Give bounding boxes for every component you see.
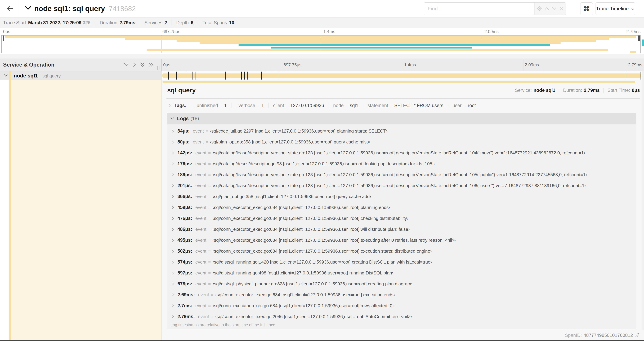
prev-result-button[interactable] <box>544 6 549 11</box>
chevron-down-icon <box>631 6 635 12</box>
log-entry-row[interactable]: 486μs:event=‹sql/conn_executor_exec.go:6… <box>167 224 636 235</box>
log-expand-chevron-icon[interactable] <box>171 238 175 243</box>
span-row-node-sql1[interactable]: node sql1 sql query <box>0 71 644 80</box>
tags-row[interactable]: Tags: _unfinished=1_verbose=1client=127.… <box>168 101 480 110</box>
log-expand-chevron-icon[interactable] <box>171 140 175 145</box>
summary-value: March 31 2022, 17:25:09 <box>28 20 82 26</box>
log-expand-chevron-icon[interactable] <box>171 227 175 232</box>
ruler-tick-label: 2.79ms <box>628 62 642 67</box>
trace-collapse-chevron-icon[interactable] <box>24 5 32 11</box>
log-timestamp: 678μs: <box>178 281 192 287</box>
log-entry-row[interactable]: 142μs:event=‹sql/catalog/lease/descripto… <box>167 147 636 158</box>
find-input[interactable] <box>424 3 534 15</box>
log-marker-tick <box>187 72 187 80</box>
log-field-name: event <box>196 227 206 232</box>
expand-one-button[interactable] <box>132 62 137 68</box>
log-expand-chevron-icon[interactable] <box>171 249 175 254</box>
log-entry-row[interactable]: 189μs:event=‹sql/catalog/lease/descripto… <box>167 169 636 180</box>
log-expand-chevron-icon[interactable] <box>171 292 175 297</box>
double-chevron-right-icon <box>148 62 154 68</box>
log-entry-row[interactable]: 678μs:event=‹sql/distsql_physical_planne… <box>167 278 636 289</box>
log-expand-chevron-icon[interactable] <box>171 151 175 155</box>
span-bar-cell[interactable] <box>161 71 644 80</box>
log-entry-row[interactable]: 574μs:event=‹sql/distsql_running.go:1420… <box>167 257 636 267</box>
log-expand-chevron-icon[interactable] <box>171 129 175 134</box>
tag-item: statement=SELECT * FROM users <box>363 103 448 108</box>
log-entry-row[interactable]: 176μs:event=‹sql/catalog/descs/descripto… <box>167 158 636 169</box>
tag-equals: = <box>345 103 348 108</box>
log-entry-row[interactable]: 459μs:event=‹sql/conn_executor_exec.go:6… <box>167 202 636 213</box>
logs-header[interactable]: Logs (18) <box>167 113 636 124</box>
close-icon <box>559 6 564 12</box>
span-duration-bar[interactable] <box>162 74 641 78</box>
collapse-all-button[interactable] <box>140 62 146 68</box>
clear-find-button[interactable] <box>559 6 564 12</box>
keyboard-shortcuts-button[interactable]: ⌘ <box>580 3 593 15</box>
log-equals: = <box>208 227 211 232</box>
log-entry-row[interactable]: 2.79ms:event=‹sql/conn_executor_exec.go:… <box>167 311 636 322</box>
log-marker-tick <box>225 72 226 80</box>
copy-span-link-button[interactable] <box>635 332 640 338</box>
log-expand-chevron-icon[interactable] <box>171 194 175 199</box>
log-entry-row[interactable]: 80μs:event=‹sql/plan_opt.go:358 [nsql1,c… <box>167 137 636 147</box>
summary-label: Duration <box>100 20 117 26</box>
back-button[interactable] <box>0 0 20 17</box>
log-expand-chevron-icon[interactable] <box>171 260 175 265</box>
overview-separator <box>604 88 604 93</box>
tag-value: SELECT * FROM users <box>394 103 443 108</box>
log-entry-row[interactable]: 495μs:event=‹sql/conn_executor_exec.go:6… <box>167 235 636 246</box>
log-expand-chevron-icon[interactable] <box>171 314 175 319</box>
log-entry-row[interactable]: 2.7ms:event=‹sql/conn_executor_exec.go:6… <box>167 300 636 311</box>
log-expand-chevron-icon[interactable] <box>171 281 175 286</box>
column-resize-handle[interactable] <box>157 66 160 70</box>
log-expand-chevron-icon[interactable] <box>171 172 175 177</box>
span-row-name-cell[interactable]: node sql1 sql query <box>0 71 161 80</box>
log-expand-chevron-icon[interactable] <box>171 271 175 275</box>
log-equals: = <box>208 194 211 199</box>
log-equals: = <box>208 161 211 167</box>
operation-name: sql query <box>42 73 61 79</box>
detail-left-highlight <box>11 80 161 340</box>
trace-timeline-page: node sql1: sql query 7418682 ⌘ <box>0 0 644 341</box>
minimap-span-bar <box>176 40 596 42</box>
log-entry-row[interactable]: 597μs:event=‹sql/distsql_running.go:498 … <box>167 267 636 278</box>
log-expand-chevron-icon[interactable] <box>171 216 175 221</box>
minimap-scrub-handle-right[interactable] <box>638 36 640 41</box>
log-entry-row[interactable]: 366μs:event=‹sql/plan_opt.go:358 [nsql1,… <box>167 191 636 202</box>
log-entry-row[interactable]: 34μs:event=‹sql/exec_util.go:2297 [nsql1… <box>167 126 636 137</box>
next-result-button[interactable] <box>552 6 557 11</box>
log-expand-chevron-icon[interactable] <box>171 205 175 210</box>
log-equals: = <box>208 150 211 156</box>
log-expand-chevron-icon[interactable] <box>171 303 175 308</box>
logs-collapse-chevron[interactable] <box>170 116 175 121</box>
log-entry-row[interactable]: 201μs:event=‹sql/catalog/lease/descripto… <box>167 180 636 191</box>
log-equals: = <box>208 303 211 308</box>
log-timestamp: 2.7ms: <box>178 303 192 308</box>
log-equals: = <box>208 259 211 265</box>
log-timestamp: 459μs: <box>178 205 192 210</box>
detail-span-bar[interactable] <box>162 81 635 83</box>
log-expand-chevron-icon[interactable] <box>171 161 175 166</box>
log-field-name: event <box>193 128 204 134</box>
expand-all-button[interactable] <box>148 62 154 68</box>
collapse-one-button[interactable] <box>123 62 129 68</box>
tag-key: _verbose <box>236 103 255 108</box>
log-marker-tick <box>195 72 196 80</box>
log-timestamp: 366μs: <box>178 194 192 199</box>
log-entry-row[interactable]: 476μs:event=‹sql/conn_executor_exec.go:6… <box>167 213 636 224</box>
page-scrollbar-track[interactable] <box>642 71 644 330</box>
tag-key: _unfinished <box>194 103 218 108</box>
log-timestamp: 201μs: <box>178 183 192 188</box>
view-selector-button[interactable]: Trace Timeline <box>596 3 635 15</box>
span-collapse-chevron[interactable] <box>3 73 8 78</box>
log-entry-row[interactable]: 502μs:event=‹sql/conn_executor_exec.go:6… <box>167 246 636 257</box>
log-expand-chevron-icon[interactable] <box>171 183 175 188</box>
minimap-tick-labels: 0μs697.75μs1.4ms2.09ms2.79ms <box>0 28 644 35</box>
log-entry-row[interactable]: 2.69ms:event=‹sql/conn_executor_exec.go:… <box>167 289 636 300</box>
minimap-scrub-handle-left[interactable] <box>2 36 4 41</box>
summary-label: Services <box>144 20 162 26</box>
tags-expand-chevron[interactable] <box>168 103 172 108</box>
timeline-minimap[interactable] <box>2 35 640 53</box>
locate-match-button[interactable] <box>537 6 542 12</box>
log-marker-tick <box>241 72 242 80</box>
